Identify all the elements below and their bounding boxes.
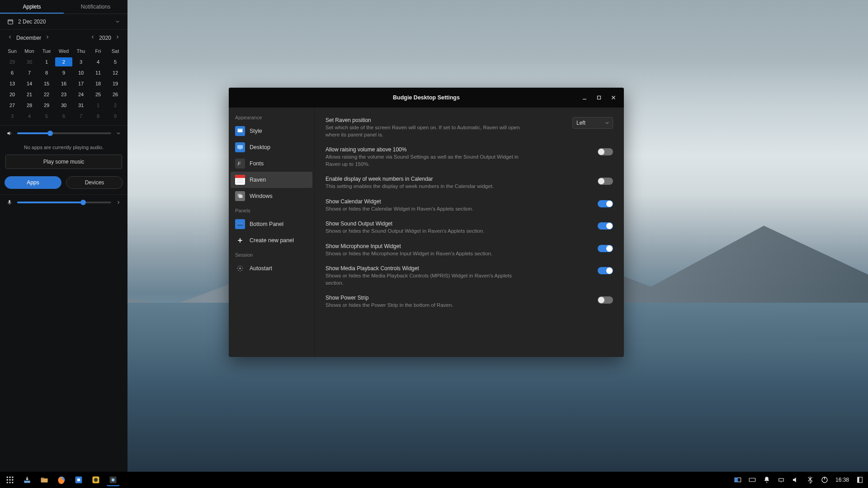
prev-year-button[interactable] <box>88 33 97 43</box>
calendar-day[interactable]: 6 <box>4 68 21 77</box>
play-music-button[interactable]: Play some music <box>5 155 122 169</box>
toggle-show-calendar[interactable] <box>598 200 613 207</box>
calendar-day[interactable]: 15 <box>38 79 55 88</box>
calendar-day[interactable]: 9 <box>107 112 124 121</box>
power-icon[interactable] <box>820 475 829 484</box>
calendar-day[interactable]: 26 <box>107 90 124 99</box>
calendar-day[interactable]: 8 <box>90 112 107 121</box>
calendar-day[interactable]: 30 <box>55 101 72 110</box>
launcher-firefox[interactable] <box>55 474 68 486</box>
sidebar-item-create-panel[interactable]: Create new panel <box>231 232 312 249</box>
apps-menu-button[interactable] <box>4 474 16 486</box>
bluetooth-icon[interactable] <box>806 475 815 484</box>
launcher-files[interactable] <box>38 474 51 486</box>
calendar-day[interactable]: 3 <box>72 57 90 66</box>
prev-month-button[interactable] <box>5 33 14 43</box>
sidebar-item-windows[interactable]: Windows <box>231 188 312 204</box>
calendar-month-row: December 2020 <box>0 30 127 46</box>
sidebar-item-autostart[interactable]: Autostart <box>231 260 312 277</box>
toggle-show-microphone[interactable] <box>598 245 613 252</box>
volume-icon[interactable] <box>791 475 800 484</box>
sidebar-item-bottom-panel[interactable]: Bottom Panel <box>231 216 312 232</box>
calendar-day[interactable]: 25 <box>90 90 107 99</box>
calendar-date-row[interactable]: 2 Dec 2020 <box>0 14 127 30</box>
calendar-day[interactable]: 2 <box>55 57 72 66</box>
raven-trigger-icon[interactable] <box>855 475 864 484</box>
next-month-button[interactable] <box>43 33 52 43</box>
window-titlebar[interactable]: Budgie Desktop Settings <box>229 88 624 108</box>
chevron-down-icon[interactable] <box>116 131 121 136</box>
keyboard-layout-icon[interactable] <box>748 475 757 484</box>
launcher-software[interactable] <box>72 474 85 486</box>
launcher-budgie-settings[interactable] <box>107 474 119 486</box>
launcher-rhythmbox[interactable] <box>90 474 102 486</box>
calendar-day[interactable]: 30 <box>21 57 38 66</box>
microphone-slider[interactable] <box>17 202 111 203</box>
tab-applets[interactable]: Applets <box>0 0 64 14</box>
calendar-day[interactable]: 21 <box>21 90 38 99</box>
calendar-day[interactable]: 4 <box>90 57 107 66</box>
calendar-day[interactable]: 7 <box>21 68 38 77</box>
sidebar-item-style[interactable]: Style <box>231 123 312 139</box>
calendar-day[interactable]: 5 <box>107 57 124 66</box>
segment-devices[interactable]: Devices <box>66 176 123 189</box>
calendar-day[interactable]: 3 <box>4 112 21 121</box>
volume-slider[interactable] <box>17 132 111 134</box>
minimize-button[interactable] <box>581 94 588 101</box>
svg-point-38 <box>781 482 782 483</box>
calendar-day[interactable]: 9 <box>55 68 72 77</box>
toggle-show-sound[interactable] <box>598 222 613 230</box>
svg-text:F: F <box>238 161 241 166</box>
calendar-day[interactable]: 16 <box>55 79 72 88</box>
calendar-day[interactable]: 19 <box>107 79 124 88</box>
svg-point-13 <box>239 267 241 269</box>
plus-icon <box>235 235 245 245</box>
calendar-day[interactable]: 28 <box>21 101 38 110</box>
notification-icon[interactable] <box>762 475 771 484</box>
close-button[interactable] <box>610 94 617 101</box>
calendar-day[interactable]: 20 <box>4 90 21 99</box>
calendar-day[interactable]: 6 <box>55 112 72 121</box>
sidebar-item-raven[interactable]: Raven <box>231 172 312 188</box>
calendar-weekday: Fri <box>90 47 107 56</box>
sidebar-item-desktop[interactable]: Desktop <box>231 139 312 155</box>
sidebar-item-fonts[interactable]: F Fonts <box>231 155 312 172</box>
calendar-day[interactable]: 29 <box>4 57 21 66</box>
toggle-week-numbers[interactable] <box>598 178 613 185</box>
next-year-button[interactable] <box>113 33 122 43</box>
toggle-volume-above-100[interactable] <box>598 148 613 155</box>
calendar-day[interactable]: 8 <box>38 68 55 77</box>
raven-position-select[interactable]: Left <box>572 117 613 129</box>
toggle-show-power-strip[interactable] <box>598 296 613 304</box>
maximize-button[interactable] <box>596 94 602 101</box>
calendar-day[interactable]: 2 <box>107 101 124 110</box>
calendar-day[interactable]: 10 <box>72 68 90 77</box>
calendar-day[interactable]: 24 <box>72 90 90 99</box>
calendar-day[interactable]: 22 <box>38 90 55 99</box>
calendar-day[interactable]: 11 <box>90 68 107 77</box>
calendar-day[interactable]: 17 <box>72 79 90 88</box>
calendar-day[interactable]: 12 <box>107 68 124 77</box>
calendar-day[interactable]: 23 <box>55 90 72 99</box>
calendar-day[interactable]: 4 <box>21 112 38 121</box>
tab-notifications[interactable]: Notifications <box>64 0 127 14</box>
setting-title: Show Power Strip <box>326 295 589 301</box>
calendar-day[interactable]: 31 <box>72 101 90 110</box>
calendar-day[interactable]: 7 <box>72 112 90 121</box>
clock[interactable]: 16:38 <box>835 477 850 483</box>
toggle-show-mpris[interactable] <box>598 267 613 274</box>
calendar-day[interactable]: 1 <box>90 101 107 110</box>
calendar-day[interactable]: 5 <box>38 112 55 121</box>
calendar-day[interactable]: 29 <box>38 101 55 110</box>
calendar-day[interactable]: 18 <box>90 79 107 88</box>
network-icon[interactable] <box>777 475 786 484</box>
calendar-day[interactable]: 14 <box>21 79 38 88</box>
segment-apps[interactable]: Apps <box>5 176 61 189</box>
calendar-day[interactable]: 1 <box>38 57 55 66</box>
chevron-right-icon[interactable] <box>116 200 121 205</box>
calendar-day[interactable]: 13 <box>4 79 21 88</box>
launcher-downloads[interactable] <box>21 474 33 486</box>
workspace-switcher-icon[interactable] <box>733 475 742 484</box>
calendar-day[interactable]: 27 <box>4 101 21 110</box>
setting-description: Shows or hides the Calendar Widget in Ra… <box>326 206 520 213</box>
